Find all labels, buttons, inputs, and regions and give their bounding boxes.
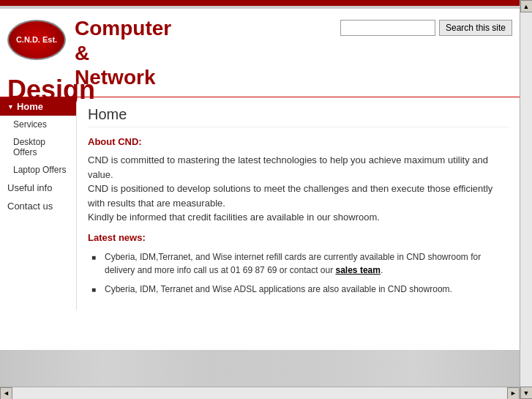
sidebar-item-contact-us[interactable]: Contact us <box>0 197 76 215</box>
header: C.N.D. Est. Computer&Network Design Sear… <box>0 9 520 97</box>
latest-news-title: Latest news: <box>88 232 509 243</box>
sales-team-link[interactable]: sales team <box>336 265 381 275</box>
news-list: Cyberia, IDM,Terranet, and Wise internet… <box>88 250 509 296</box>
scroll-track-right <box>520 12 532 387</box>
sidebar-item-useful-info[interactable]: Useful info <box>0 179 76 197</box>
scroll-left-button[interactable]: ◄ <box>0 387 12 400</box>
page-heading: Home <box>88 106 509 127</box>
logo-text: C.N.D. Est. <box>16 34 57 45</box>
search-input[interactable] <box>340 20 435 36</box>
scrollbar-bottom: ◄ ► <box>0 387 520 399</box>
scroll-right-button[interactable]: ► <box>507 387 520 400</box>
sidebar: Home Services Desktop Offers Laptop Offe… <box>0 97 77 310</box>
bottom-image-strip <box>0 350 520 387</box>
news-item-2-text: Cyberia, IDM, Terranet and Wise ADSL app… <box>105 284 452 294</box>
scroll-down-button[interactable]: ▼ <box>520 387 533 399</box>
top-red-bar <box>0 0 520 6</box>
news-item-1-text: Cyberia, IDM,Terranet, and Wise internet… <box>105 252 481 275</box>
search-button[interactable]: Search this site <box>439 20 512 36</box>
about-text: CND is committed to mastering the latest… <box>88 153 509 225</box>
logo-badge: C.N.D. Est. <box>7 20 66 60</box>
design-text: Design <box>7 75 95 105</box>
list-item: Cyberia, IDM, Terranet and Wise ADSL app… <box>91 283 509 296</box>
main-layout: Home Services Desktop Offers Laptop Offe… <box>0 97 520 310</box>
sidebar-item-desktop-offers[interactable]: Desktop Offers <box>0 133 76 161</box>
sidebar-item-laptop-offers[interactable]: Laptop Offers <box>0 161 76 179</box>
about-title: About CND: <box>88 136 509 147</box>
scrollbar-right: ▲ ▼ <box>520 0 532 399</box>
content-area: Home About CND: CND is committed to mast… <box>77 97 520 310</box>
scroll-track-bottom <box>12 387 507 399</box>
sidebar-item-services[interactable]: Services <box>0 116 76 133</box>
scroll-up-button[interactable]: ▲ <box>520 0 533 12</box>
list-item: Cyberia, IDM,Terranet, and Wise internet… <box>91 250 509 277</box>
news-item-1-end: . <box>381 265 383 275</box>
search-area: Search this site <box>340 20 512 36</box>
